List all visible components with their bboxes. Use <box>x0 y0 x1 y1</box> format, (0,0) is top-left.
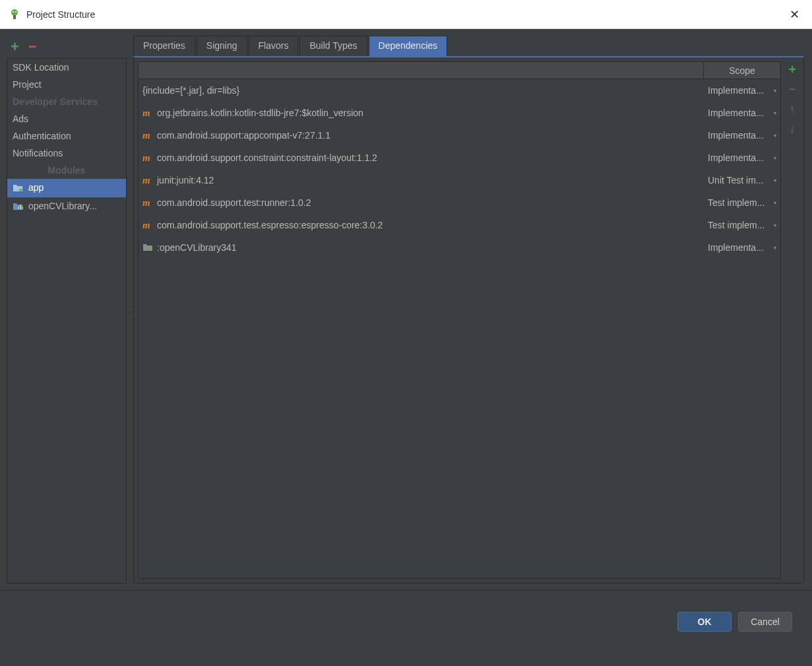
dependencies-header-name[interactable] <box>139 62 704 79</box>
dropdown-arrow-icon: ▾ <box>774 110 776 116</box>
move-down-icon[interactable]: ↓ <box>786 122 799 135</box>
dependency-scope-cell[interactable]: Implementa...▾ <box>704 108 780 118</box>
table-row[interactable]: {include=[*.jar], dir=libs}Implementa...… <box>139 79 780 102</box>
dependency-scope: Implementa... <box>708 242 764 253</box>
dependency-scope: Test implem... <box>708 197 765 208</box>
add-dependency-icon[interactable]: + <box>786 63 799 76</box>
dependency-scope: Implementa... <box>708 152 764 163</box>
dependency-name: com.android.support.test:runner:1.0.2 <box>157 197 311 208</box>
dropdown-arrow-icon: ▾ <box>774 155 776 161</box>
app-icon <box>8 8 21 21</box>
sidebar-section-modules: Modules <box>7 162 126 179</box>
dependency-name: com.android.support.constraint:constrain… <box>157 152 377 163</box>
splitter-grip-icon[interactable]: ⋮⋮⋮ <box>127 306 133 330</box>
sidebar-item-app[interactable]: app <box>7 179 126 197</box>
sidebar-item-label: app <box>28 182 44 193</box>
dependency-scope-cell[interactable]: Implementa...▾ <box>704 242 780 253</box>
sidebar-item-label: Notifications <box>13 148 63 158</box>
window-title: Project Structure <box>26 9 784 20</box>
tab-label: Dependencies <box>379 40 438 51</box>
maven-icon: m <box>142 108 157 119</box>
dropdown-arrow-icon: ▾ <box>774 245 776 251</box>
tab-build-types[interactable]: Build Types <box>299 36 367 56</box>
table-row[interactable]: mcom.android.support.test.espresso:espre… <box>139 214 780 236</box>
dropdown-arrow-icon: ▾ <box>774 222 776 228</box>
dependency-scope-cell[interactable]: Implementa...▾ <box>704 152 780 163</box>
dependency-scope-cell[interactable]: Implementa...▾ <box>704 85 780 96</box>
remove-dependency-icon[interactable]: − <box>786 83 799 96</box>
dependency-name-cell: :openCVLibrary341 <box>139 242 704 253</box>
svg-point-2 <box>13 11 14 13</box>
dialog-footer: OK Cancel <box>0 590 812 666</box>
table-row[interactable]: :openCVLibrary341Implementa...▾ <box>139 236 780 259</box>
close-icon[interactable]: ✕ <box>784 7 804 22</box>
tab-flavors[interactable]: Flavors <box>249 36 299 56</box>
dependency-name-cell: mcom.android.support.test.espresso:espre… <box>139 220 704 231</box>
dependency-scope-cell[interactable]: Test implem...▾ <box>704 197 780 208</box>
dependency-name: com.android.support:appcompat-v7:27.1.1 <box>157 130 330 141</box>
sidebar-item-project[interactable]: Project <box>7 76 126 93</box>
sidebar-item-ads[interactable]: Ads <box>7 110 126 127</box>
sidebar-item-sdk-location[interactable]: SDK Location <box>7 59 126 76</box>
table-row[interactable]: mcom.android.support.constraint:constrai… <box>139 147 780 169</box>
dependency-scope: Implementa... <box>708 85 764 96</box>
dependency-name: junit:junit:4.12 <box>157 175 214 185</box>
tab-label: Build Types <box>309 40 357 51</box>
sidebar-item-label: Authentication <box>13 131 71 141</box>
dependency-scope: Implementa... <box>708 130 764 141</box>
tab-label: Properties <box>143 40 185 51</box>
cancel-button[interactable]: Cancel <box>738 612 792 632</box>
dependency-scope: Implementa... <box>708 108 764 118</box>
tab-signing[interactable]: Signing <box>197 36 247 56</box>
module-folder-icon <box>142 242 157 253</box>
dependency-name-cell: mjunit:junit:4.12 <box>139 175 704 186</box>
maven-icon: m <box>142 175 157 186</box>
svg-rect-1 <box>13 15 16 19</box>
dependencies-header-scope[interactable]: Scope <box>704 62 780 79</box>
dependency-name-cell: mcom.android.support.constraint:constrai… <box>139 152 704 164</box>
sidebar-item-notifications[interactable]: Notifications <box>7 145 126 162</box>
dependencies-panel: Scope {include=[*.jar], dir=libs}Impleme… <box>133 56 804 583</box>
maven-icon: m <box>142 197 157 209</box>
move-up-icon[interactable]: ↑ <box>786 102 799 116</box>
sidebar-section-label: Modules <box>48 165 86 176</box>
dialog-body: + − SDK Location Project Developer Servi… <box>0 29 812 590</box>
tab-label: Signing <box>206 40 237 51</box>
sidebar-item-label: SDK Location <box>13 62 69 73</box>
tab-properties[interactable]: Properties <box>133 36 195 56</box>
ok-button[interactable]: OK <box>677 612 732 632</box>
svg-point-3 <box>15 11 16 13</box>
maven-icon: m <box>142 130 157 141</box>
titlebar: Project Structure ✕ <box>0 0 812 29</box>
svg-point-8 <box>149 248 152 250</box>
svg-rect-5 <box>18 206 19 209</box>
table-row[interactable]: mcom.android.support.test:runner:1.0.2Te… <box>139 191 780 214</box>
remove-module-icon[interactable]: − <box>28 38 37 55</box>
module-folder-icon <box>13 183 23 194</box>
sidebar-item-label: Ads <box>13 114 28 124</box>
maven-icon: m <box>142 152 157 164</box>
dependency-name: :openCVLibrary341 <box>157 242 237 253</box>
dependency-scope-cell[interactable]: Unit Test im...▾ <box>704 175 780 185</box>
dependencies-table: Scope {include=[*.jar], dir=libs}Impleme… <box>138 61 781 579</box>
table-row[interactable]: mcom.android.support:appcompat-v7:27.1.1… <box>139 124 780 147</box>
dependency-scope-cell[interactable]: Implementa...▾ <box>704 130 780 141</box>
sidebar-item-label: Project <box>13 79 42 90</box>
sidebar-item-opencvlibrary[interactable]: openCVLibrary... <box>7 197 126 216</box>
table-row[interactable]: mjunit:junit:4.12Unit Test im...▾ <box>139 169 780 191</box>
svg-point-4 <box>19 189 22 191</box>
table-row[interactable]: morg.jetbrains.kotlin:kotlin-stdlib-jre7… <box>139 102 780 124</box>
add-module-icon[interactable]: + <box>11 38 19 55</box>
dependency-scope-cell[interactable]: Test implem...▾ <box>704 220 780 230</box>
dependency-name-cell: mcom.android.support.test:runner:1.0.2 <box>139 197 704 209</box>
tab-dependencies[interactable]: Dependencies <box>369 36 448 56</box>
dependencies-header: Scope <box>139 62 780 79</box>
tabs: Properties Signing Flavors Build Types D… <box>133 36 804 56</box>
sidebar-section-label: Developer Services <box>13 96 98 107</box>
dependency-scope: Unit Test im... <box>708 175 764 185</box>
dependency-scope: Test implem... <box>708 220 765 230</box>
sidebar-item-authentication[interactable]: Authentication <box>7 127 126 145</box>
svg-rect-6 <box>20 205 21 209</box>
dependency-name-cell: morg.jetbrains.kotlin:kotlin-stdlib-jre7… <box>139 108 704 119</box>
tab-label: Flavors <box>259 40 289 51</box>
